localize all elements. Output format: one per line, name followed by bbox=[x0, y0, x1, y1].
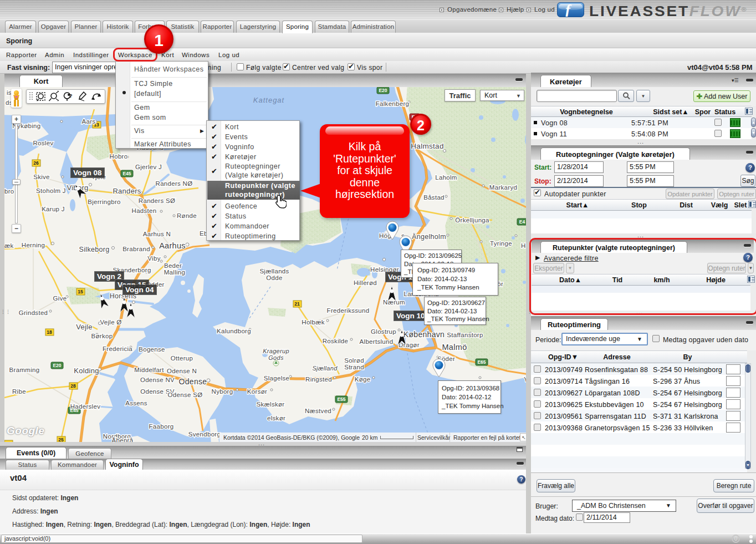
svg-text:Hillerød: Hillerød bbox=[354, 279, 377, 286]
svg-text:Børkop: Børkop bbox=[91, 333, 113, 339]
svg-text:E20: E20 bbox=[53, 363, 61, 368]
svg-text:Rønde: Rønde bbox=[177, 212, 197, 219]
svg-text:Kalundborg: Kalundborg bbox=[217, 328, 251, 334]
svg-text:Holbæk: Holbæk bbox=[302, 319, 324, 326]
svg-text:Ribe: Ribe bbox=[12, 388, 26, 395]
svg-text:Malmö: Malmö bbox=[442, 343, 467, 352]
svg-text:Laholm: Laholm bbox=[435, 174, 457, 181]
svg-text:Næstved: Næstved bbox=[305, 408, 331, 414]
svg-text:Køge: Køge bbox=[355, 376, 371, 383]
svg-text:Beder: Beder bbox=[164, 262, 182, 269]
svg-text:E4: E4 bbox=[519, 219, 525, 225]
svg-text:Kattegat: Kattegat bbox=[253, 96, 285, 104]
svg-text:Roslev: Roslev bbox=[33, 140, 54, 146]
svg-text:Vejle Ø: Vejle Ø bbox=[100, 319, 121, 326]
svg-text:Vejle: Vejle bbox=[76, 323, 93, 331]
svg-text:Bjerringbro: Bjerringbro bbox=[88, 199, 121, 205]
svg-text:Randers SØ: Randers SØ bbox=[139, 197, 175, 204]
svg-text:18: 18 bbox=[47, 329, 52, 335]
svg-text:25: 25 bbox=[58, 437, 64, 442]
svg-text:Bogense: Bogense bbox=[139, 346, 165, 353]
svg-text:Assens: Assens bbox=[125, 400, 147, 406]
svg-text:Nyborg: Nyborg bbox=[212, 388, 233, 395]
svg-text:Aars: Aars bbox=[82, 118, 96, 125]
svg-text:E45: E45 bbox=[122, 171, 131, 176]
svg-text:Gjerlev J: Gjerlev J bbox=[135, 164, 162, 170]
svg-text:Hadsten: Hadsten bbox=[132, 207, 157, 214]
svg-text:Aarhus: Aarhus bbox=[159, 241, 186, 250]
svg-text:Bramming: Bramming bbox=[9, 367, 40, 373]
svg-text:28: 28 bbox=[70, 383, 76, 389]
svg-text:Ängelholm: Ängelholm bbox=[412, 233, 446, 241]
svg-text:Roskilde: Roskilde bbox=[323, 338, 349, 344]
svg-text:Faaborg: Faaborg bbox=[149, 423, 174, 430]
svg-text:Give: Give bbox=[53, 295, 67, 302]
svg-text:Haderslev: Haderslev bbox=[70, 403, 100, 410]
svg-text:Skive: Skive bbox=[33, 174, 50, 180]
svg-text:26: 26 bbox=[33, 160, 39, 166]
svg-text:Karup J: Karup J bbox=[42, 206, 65, 212]
svg-text:?: ? bbox=[69, 93, 72, 99]
svg-text:E20: E20 bbox=[379, 88, 387, 93]
svg-text:E65: E65 bbox=[477, 359, 486, 365]
svg-text:Silkeborg: Silkeborg bbox=[79, 246, 110, 253]
svg-text:21: 21 bbox=[294, 301, 300, 307]
svg-text:15: 15 bbox=[78, 289, 83, 294]
svg-text:Åbenrå: Åbenrå bbox=[112, 437, 134, 442]
svg-text:Solrød: Solrød bbox=[344, 357, 364, 364]
svg-text:æk: æk bbox=[4, 242, 14, 249]
svg-text:Glostrup: Glostrup bbox=[371, 328, 396, 335]
svg-text:Frederikssund: Frederikssund bbox=[327, 307, 370, 314]
svg-text:Odense SØ: Odense SØ bbox=[168, 392, 203, 398]
svg-text:Herning: Herning bbox=[22, 242, 45, 248]
svg-text:Falkenberg: Falkenberg bbox=[376, 100, 410, 107]
svg-text:Albertslund: Albertslund bbox=[360, 338, 394, 345]
svg-text:Otterup: Otterup bbox=[171, 355, 193, 362]
svg-text:Odense: Odense bbox=[179, 377, 207, 386]
svg-text:Halmstad: Halmstad bbox=[411, 142, 443, 150]
svg-text:Stoholm J: Stoholm J bbox=[36, 187, 66, 194]
svg-text:Odense N: Odense N bbox=[167, 368, 197, 374]
svg-text:Kolding: Kolding bbox=[74, 367, 99, 375]
svg-text:Sjællands: Sjællands bbox=[259, 268, 289, 274]
svg-text:E55: E55 bbox=[337, 396, 345, 402]
svg-text:Tyringe: Tyringe bbox=[490, 240, 512, 247]
svg-text:Nærum: Nærum bbox=[383, 299, 405, 306]
svg-text:Brabrand: Brabrand bbox=[122, 246, 150, 252]
svg-text:Grindsted: Grindsted bbox=[19, 309, 48, 316]
svg-text:København: København bbox=[403, 330, 445, 339]
svg-text:elskør: elskør bbox=[267, 415, 285, 421]
svg-text:Svendborg: Svendborg bbox=[188, 431, 221, 438]
svg-text:Randers: Randers bbox=[113, 187, 141, 195]
svg-text:Aarhus N: Aarhus N bbox=[143, 231, 171, 237]
svg-text:Viby: Viby bbox=[147, 255, 160, 262]
svg-text:Gods: Gods bbox=[268, 354, 284, 361]
svg-text:Slagelse: Slagelse bbox=[264, 375, 290, 382]
svg-text:Malling: Malling bbox=[164, 269, 186, 276]
svg-text:Strand: Strand bbox=[344, 364, 364, 370]
svg-text:Korsør: Korsør bbox=[247, 388, 267, 395]
svg-text:Middelfart: Middelfart bbox=[134, 367, 164, 373]
svg-text:Hä: Hä bbox=[521, 242, 526, 249]
svg-text:Båstad: Båstad bbox=[423, 194, 445, 201]
svg-text:bro: bro bbox=[4, 188, 14, 195]
svg-text:Sjælland: Sjælland bbox=[312, 365, 338, 372]
svg-text:Randers NØ: Randers NØ bbox=[156, 180, 193, 187]
svg-text:Odde: Odde bbox=[266, 274, 282, 281]
svg-text:Dragør: Dragør bbox=[399, 342, 420, 348]
svg-text:Örkelljunga: Örkelljunga bbox=[455, 217, 489, 223]
svg-text:Kragerup: Kragerup bbox=[263, 348, 289, 354]
svg-text:Ringsted: Ringsted bbox=[305, 376, 332, 383]
svg-text:Staffanstorp: Staffanstorp bbox=[447, 332, 483, 338]
svg-text:Fredericia: Fredericia bbox=[103, 345, 132, 352]
svg-text:Markaryd: Markaryd bbox=[489, 184, 517, 191]
svg-text:Hobro: Hobro bbox=[110, 153, 128, 160]
svg-text:Skælskør: Skælskør bbox=[257, 401, 285, 408]
svg-text:Odense NV: Odense NV bbox=[140, 377, 175, 383]
